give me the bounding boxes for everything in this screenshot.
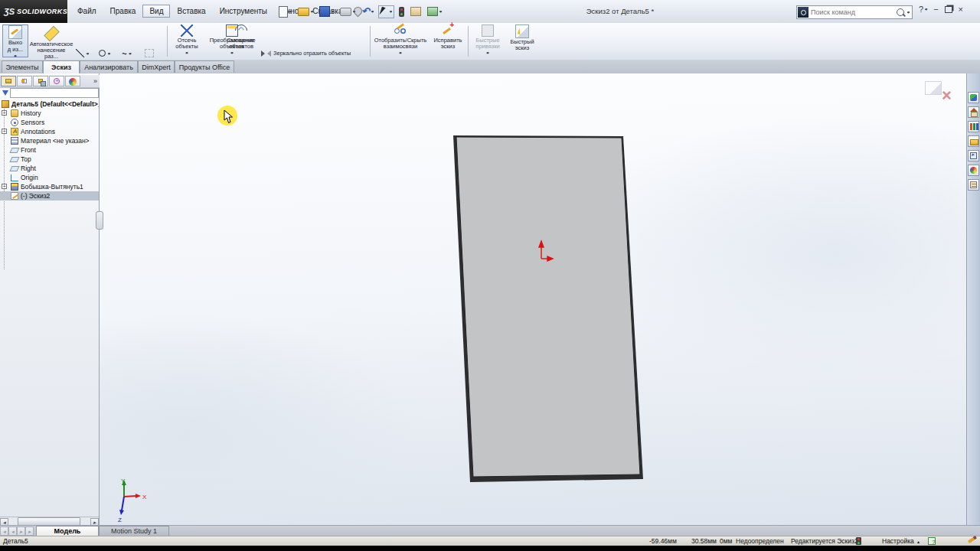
help-button[interactable]: ?▾ bbox=[919, 5, 927, 14]
graphics-area[interactable]: X Y Z × bbox=[100, 73, 966, 525]
expand-icon[interactable]: + bbox=[2, 110, 7, 116]
menu-view[interactable]: Вид bbox=[142, 5, 170, 18]
command-search[interactable]: ▾ bbox=[796, 5, 913, 19]
tree-item-origin[interactable]: Origin bbox=[0, 173, 99, 182]
appearances-scenes-button[interactable] bbox=[968, 165, 979, 176]
expand-icon[interactable]: + bbox=[2, 129, 7, 134]
tree-item-annotations[interactable]: +Annotations bbox=[0, 127, 99, 136]
new-document-button[interactable]: ▾ bbox=[277, 5, 293, 19]
dropdown-icon[interactable]: ▾ bbox=[108, 51, 110, 56]
panel-splitter-handle[interactable] bbox=[96, 211, 103, 230]
rapid-sketch-button[interactable]: Быстрый эскиз bbox=[506, 24, 538, 57]
close-button[interactable]: × bbox=[959, 5, 963, 14]
scroll-left-icon[interactable]: ◂ bbox=[0, 518, 8, 526]
dropdown-icon[interactable]: ▾ bbox=[486, 51, 488, 55]
dropdown-icon[interactable]: ▾ bbox=[289, 9, 292, 14]
select-button[interactable]: ▾ bbox=[378, 5, 394, 18]
tab-evaluate[interactable]: Анализировать bbox=[80, 60, 138, 73]
feature-tree-tab[interactable] bbox=[1, 76, 16, 86]
restore-button[interactable] bbox=[945, 6, 952, 13]
print-button[interactable]: ▾ bbox=[338, 6, 357, 18]
smart-dimension-button[interactable]: Автоматическое нанесение раз... ▾ bbox=[31, 24, 72, 57]
dropdown-icon[interactable]: ▾ bbox=[129, 51, 131, 56]
tree-item-top-plane[interactable]: Top bbox=[0, 155, 99, 164]
design-library-button[interactable] bbox=[968, 121, 979, 132]
quick-snaps-button[interactable]: Быстрые привязки ▾ bbox=[471, 24, 505, 57]
tree-item-right-plane[interactable]: Right bbox=[0, 164, 99, 173]
tab-features[interactable]: Элементы bbox=[2, 60, 43, 73]
lasso-tool-button[interactable] bbox=[142, 47, 165, 59]
tab-scroll-first-icon[interactable]: ◂ bbox=[0, 527, 8, 536]
tree-item-part-root[interactable]: Деталь5 (Default<<Default>_Ph bbox=[0, 99, 99, 109]
tab-sketch[interactable]: Эскиз bbox=[43, 60, 80, 73]
dropdown-icon[interactable]: ▾ bbox=[353, 9, 355, 14]
open-button[interactable]: ▾ bbox=[296, 6, 315, 18]
tab-motion-study[interactable]: Motion Study 1 bbox=[99, 526, 169, 536]
undo-button[interactable]: ↶▾ bbox=[360, 5, 375, 18]
dropdown-icon[interactable]: ▾ bbox=[332, 9, 334, 14]
status-custom-dropdown-icon[interactable]: ▴ bbox=[917, 539, 920, 544]
dropdown-icon[interactable]: ▾ bbox=[185, 51, 188, 55]
dropdown-icon[interactable]: ▾ bbox=[371, 9, 374, 14]
tab-office-products[interactable]: Продукты Office bbox=[175, 60, 234, 73]
line-tool-button[interactable]: ▾ bbox=[74, 47, 96, 59]
solidworks-resources-button[interactable] bbox=[968, 92, 979, 103]
tab-scroll-prev-icon[interactable]: ◂ bbox=[8, 527, 17, 536]
menu-edit[interactable]: Правка bbox=[103, 5, 143, 18]
status-help-icon[interactable]: ? bbox=[928, 537, 936, 545]
dropdown-icon[interactable]: ▾ bbox=[390, 9, 392, 14]
scroll-right-icon[interactable]: ▸ bbox=[90, 518, 99, 526]
confirm-exit-sketch-icon[interactable] bbox=[925, 81, 942, 95]
tree-item-history[interactable]: +History bbox=[0, 109, 99, 118]
tree-item-sensors[interactable]: Sensors bbox=[0, 118, 99, 127]
search-dropdown-icon[interactable]: ▾ bbox=[907, 10, 910, 15]
custom-properties-button[interactable] bbox=[968, 179, 979, 191]
dropdown-icon[interactable]: ▾ bbox=[311, 9, 313, 14]
tab-scroll-last-icon[interactable]: ▸ bbox=[25, 527, 34, 536]
search-input[interactable] bbox=[809, 7, 893, 18]
view-palette-button[interactable] bbox=[968, 150, 979, 161]
options-button[interactable]: ▾ bbox=[426, 5, 443, 18]
property-manager-tab[interactable] bbox=[17, 76, 32, 86]
dropdown-icon[interactable]: ▾ bbox=[925, 7, 927, 11]
search-icon[interactable] bbox=[897, 8, 904, 16]
tree-item-front-plane[interactable]: Front bbox=[0, 145, 99, 155]
cancel-sketch-icon[interactable]: × bbox=[942, 87, 952, 104]
dropdown-icon[interactable]: ▾ bbox=[399, 51, 401, 55]
tab-model[interactable]: Модель bbox=[36, 526, 99, 536]
tree-item-material[interactable]: Материал <не указан> bbox=[0, 136, 99, 145]
exit-sketch-button[interactable]: Выхо д из... ▾ bbox=[2, 24, 28, 57]
display-manager-tab[interactable] bbox=[65, 76, 80, 86]
save-button[interactable]: ▾ bbox=[318, 5, 335, 18]
repair-sketch-button[interactable]: Исправить эскиз bbox=[430, 24, 466, 57]
trim-entities-button[interactable]: Отсечь объекты ▾ bbox=[170, 24, 204, 57]
circle-tool-button[interactable]: ▾ bbox=[96, 47, 119, 59]
dropdown-icon[interactable]: ▾ bbox=[87, 51, 89, 56]
spline-tool-button[interactable]: ~▾ bbox=[119, 47, 142, 59]
offset-label: Смещение объектов bbox=[224, 37, 259, 50]
menu-tools[interactable]: Инструменты bbox=[213, 5, 274, 18]
menu-insert[interactable]: Вставка bbox=[170, 5, 212, 18]
file-explorer-button[interactable] bbox=[968, 135, 979, 147]
tree-filter-input[interactable] bbox=[10, 88, 99, 98]
tree-item-boss-extrude[interactable]: +Бобышка-Вытянуть1 bbox=[0, 182, 99, 191]
dimxpert-manager-tab[interactable] bbox=[49, 76, 64, 86]
offset-entities-button[interactable]: Смещение объектов bbox=[224, 24, 259, 57]
dropdown-icon[interactable]: ▾ bbox=[439, 9, 442, 14]
menu-file[interactable]: Файл bbox=[70, 5, 103, 18]
part-face[interactable] bbox=[456, 137, 640, 477]
status-custom-button[interactable]: Настройка bbox=[882, 537, 914, 545]
tree-item-sketch2[interactable]: (-) Эскиз2 bbox=[0, 191, 99, 201]
configuration-manager-tab[interactable] bbox=[33, 76, 48, 86]
expand-icon[interactable]: + bbox=[2, 184, 7, 189]
mirror-entities-button[interactable]: Зеркально отразить объекты bbox=[261, 47, 357, 59]
tab-scroll-next-icon[interactable]: ▸ bbox=[17, 527, 25, 536]
file-properties-button[interactable] bbox=[409, 5, 423, 18]
minimize-button[interactable]: − bbox=[933, 5, 938, 14]
display-relations-button[interactable]: Отобразить/Скрыть взаимосвязи ▾ bbox=[373, 24, 428, 57]
dropdown-icon[interactable]: ▾ bbox=[14, 54, 16, 58]
tab-dimxpert[interactable]: DimXpert bbox=[138, 60, 175, 73]
rebuild-button[interactable] bbox=[397, 5, 406, 18]
home-button[interactable] bbox=[968, 106, 979, 118]
panel-expand-icon[interactable]: » bbox=[93, 77, 97, 85]
